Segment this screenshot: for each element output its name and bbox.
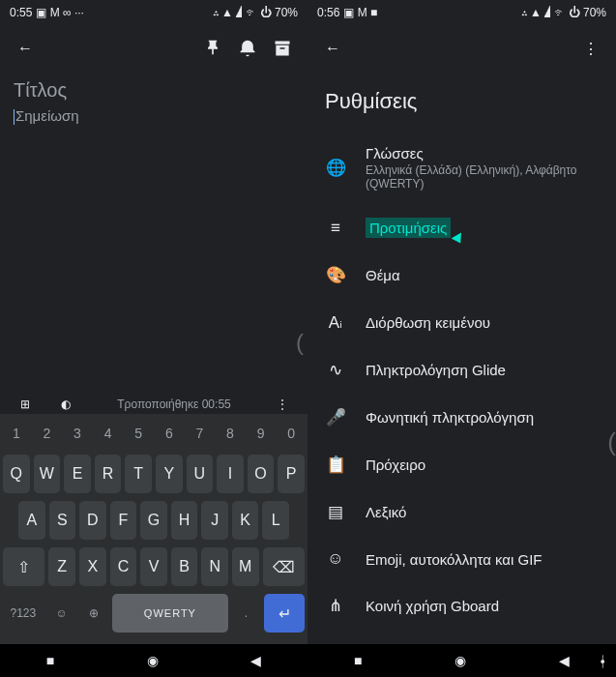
key-I[interactable]: I (217, 455, 244, 493)
nav-bar: ■ ◉ ◀ (0, 644, 308, 677)
nav-bar: ■ ◉ ◀ ⍿ (308, 644, 616, 677)
nav-home[interactable]: ◉ (455, 653, 466, 668)
book-icon: ▤ (325, 502, 346, 522)
setting-label: Λεξικό (366, 504, 599, 520)
key-6[interactable]: 6 (156, 420, 183, 447)
setting-mic[interactable]: 🎤Φωνητική πληκτρολόγηση (313, 394, 610, 441)
setting-label: Φωνητική πληκτρολόγηση (366, 409, 599, 426)
key-4[interactable]: 4 (95, 420, 122, 447)
nav-home[interactable]: ◉ (147, 653, 159, 668)
key-X[interactable]: X (79, 547, 106, 586)
nav-back[interactable]: ◀ (559, 653, 570, 668)
key-W[interactable]: W (34, 455, 61, 493)
key-Z[interactable]: Z (48, 547, 75, 586)
key-F[interactable]: F (110, 501, 137, 540)
key-O[interactable]: O (248, 455, 275, 493)
key-1[interactable]: 1 (3, 420, 30, 447)
gesture-icon: ∿ (325, 360, 346, 380)
back-icon[interactable]: ← (14, 37, 37, 60)
status-bar: 0:55▣ M ∞ ··· ⁂ ▲ ◢ ᯤ ⏻70% (0, 0, 308, 25)
setting-label: Κοινή χρήση Gboard (366, 598, 599, 614)
emoji-icon: ☺ (325, 549, 346, 569)
palette-icon[interactable]: ◐ (54, 393, 77, 416)
key-B[interactable]: B (171, 547, 198, 586)
shift-key[interactable]: ⇧ (3, 547, 44, 586)
period-key[interactable]: . (232, 594, 261, 633)
setting-label: Διόρθωση κειμένου (366, 314, 599, 331)
key-U[interactable]: U (187, 455, 214, 493)
symbols-key[interactable]: ?123 (3, 594, 44, 633)
key-N[interactable]: N (201, 547, 228, 586)
pin-icon[interactable] (201, 37, 224, 60)
key-7[interactable]: 7 (187, 420, 214, 447)
key-D[interactable]: D (79, 501, 106, 540)
setting-sub: Ελληνικά (Ελλάδα) (Ελληνική), Αλφάβητο (… (366, 163, 599, 191)
back-icon[interactable]: ← (321, 37, 344, 60)
enter-key[interactable]: ↵ (264, 594, 305, 633)
add-box-icon[interactable]: ⊞ (14, 393, 37, 416)
key-G[interactable]: G (140, 501, 167, 540)
spacebar[interactable]: QWERTY (112, 594, 227, 633)
key-8[interactable]: 8 (217, 420, 244, 447)
setting-label: Emoji, αυτοκόλλητα και GIF (366, 551, 599, 568)
note-content[interactable]: Τίτλος Σημείωση (0, 72, 308, 132)
page-title: Ρυθμίσεις (308, 72, 616, 132)
key-E[interactable]: E (64, 455, 91, 493)
setting-clipboard[interactable]: 📋Πρόχειρο (313, 441, 610, 488)
key-0[interactable]: 0 (278, 420, 305, 447)
setting-emoji[interactable]: ☺Emoji, αυτοκόλλητα και GIF (313, 536, 610, 582)
key-9[interactable]: 9 (248, 420, 275, 447)
setting-label: Πρόχειρο (366, 456, 599, 473)
title-input[interactable]: Τίτλος (14, 79, 294, 102)
nav-recent[interactable]: ■ (354, 653, 362, 668)
key-M[interactable]: M (232, 547, 259, 586)
settings-topbar: ← ⋮ (308, 25, 616, 72)
key-C[interactable]: C (110, 547, 137, 586)
palette-icon: 🎨 (325, 265, 346, 285)
key-P[interactable]: P (278, 455, 305, 493)
key-L[interactable]: L (262, 501, 289, 540)
setting-sliders[interactable]: ≡Προτιμήσεις (313, 204, 610, 251)
language-key[interactable]: ⊕ (80, 594, 109, 633)
screen-notes: 0:55▣ M ∞ ··· ⁂ ▲ ◢ ᯤ ⏻70% ← Τίτλος Σημε… (0, 0, 308, 677)
reminder-icon[interactable] (236, 37, 259, 60)
mic-icon: 🎤 (325, 407, 346, 427)
overflow-icon[interactable]: ⋮ (579, 37, 602, 60)
key-S[interactable]: S (49, 501, 76, 540)
key-2[interactable]: 2 (34, 420, 61, 447)
setting-gesture[interactable]: ∿Πληκτρολόγηση Glide (313, 346, 610, 394)
key-T[interactable]: T (125, 455, 152, 493)
key-J[interactable]: J (201, 501, 228, 540)
key-K[interactable]: K (232, 501, 259, 540)
key-V[interactable]: V (140, 547, 167, 586)
setting-label: Θέμα (366, 267, 599, 283)
setting-label: Πληκτρολόγηση Glide (366, 362, 599, 378)
nav-recent[interactable]: ■ (46, 653, 54, 668)
screen-settings: 0:56▣ M ■ ⁂ ▲ ◢ ᯤ ⏻70% ← ⋮ Ρυθμίσεις 🌐Γλ… (308, 0, 616, 677)
setting-palette[interactable]: 🎨Θέμα (313, 251, 610, 299)
nav-accessibility[interactable]: ⍿ (599, 653, 606, 668)
backspace-key[interactable]: ⌫ (263, 547, 305, 586)
nav-back[interactable]: ◀ (250, 653, 261, 668)
setting-share[interactable]: ⋔Κοινή χρήση Gboard (313, 582, 610, 630)
globe-icon: 🌐 (325, 158, 346, 178)
note-topbar: ← (0, 25, 308, 72)
emoji-key[interactable]: ☺ (47, 594, 76, 633)
archive-icon[interactable] (271, 37, 294, 60)
spell-icon: Aᵢ (325, 312, 346, 333)
setting-spell[interactable]: AᵢΔιόρθωση κειμένου (313, 299, 610, 346)
key-3[interactable]: 3 (64, 420, 91, 447)
status-bar: 0:56▣ M ■ ⁂ ▲ ◢ ᯤ ⏻70% (308, 0, 616, 25)
note-input[interactable]: Σημείωση (14, 107, 294, 125)
settings-list: 🌐ΓλώσσεςΕλληνικά (Ελλάδα) (Ελληνική), Αλ… (308, 132, 616, 677)
key-Q[interactable]: Q (3, 455, 30, 493)
key-A[interactable]: A (18, 501, 45, 540)
more-icon[interactable]: ⋮ (271, 393, 294, 416)
sliders-icon: ≡ (325, 219, 346, 238)
setting-book[interactable]: ▤Λεξικό (313, 488, 610, 536)
setting-globe[interactable]: 🌐ΓλώσσεςΕλληνικά (Ελλάδα) (Ελληνική), Αλ… (313, 132, 610, 204)
key-Y[interactable]: Y (156, 455, 183, 493)
key-5[interactable]: 5 (125, 420, 152, 447)
key-H[interactable]: H (171, 501, 198, 540)
key-R[interactable]: R (95, 455, 122, 493)
